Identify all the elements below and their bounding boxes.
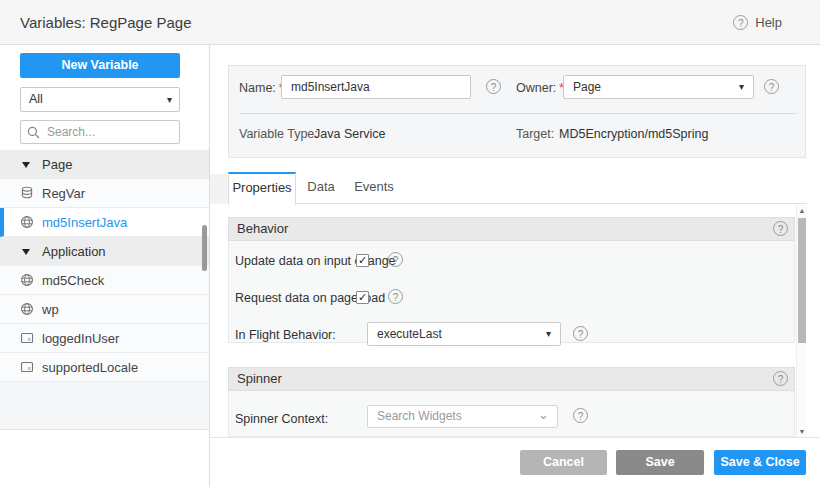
help-icon: ? [733, 15, 748, 30]
tree-group-application[interactable]: Application [0, 237, 209, 266]
chevron-down-icon: ▾ [739, 76, 744, 98]
svg-text:x: x [28, 365, 31, 371]
help-button[interactable]: ? Help [733, 0, 782, 45]
scroll-up-icon[interactable]: ▲ [797, 207, 807, 214]
chevron-down-icon: ▾ [546, 323, 551, 345]
tree-item-loggedinuser[interactable]: x loggedInUser [0, 324, 209, 353]
update-on-input-change-help-icon[interactable]: ? [388, 252, 403, 267]
spinner-context-label: Spinner Context: [235, 412, 328, 426]
cancel-button[interactable]: Cancel [520, 450, 607, 475]
spinner-section-body: Spinner Context: Search Widgets ⌄ ? [228, 391, 795, 437]
tree-item-supportedlocale[interactable]: x supportedLocale [0, 353, 209, 382]
tab-bar: Properties Data Events [210, 172, 807, 204]
behavior-section-body: Update data on input change ✓ ? Request … [228, 241, 795, 343]
target-value: MD5Encryption/md5Spring [559, 127, 708, 141]
properties-scrollbar[interactable]: ▲ ▼ [796, 205, 807, 437]
chevron-down-icon: ▾ [167, 88, 172, 111]
owner-label: Owner:* [516, 81, 564, 95]
variable-filter-select[interactable]: All ▾ [20, 87, 180, 112]
search-icon [27, 126, 40, 139]
search-input[interactable] [45, 124, 173, 140]
tree-item-md5insertjava[interactable]: md5InsertJava [0, 208, 209, 237]
variable-filter-value: All [29, 92, 43, 106]
save-button[interactable]: Save [616, 450, 704, 475]
variable-type-label: Variable Type: [239, 127, 318, 141]
panel-divider [239, 113, 797, 114]
update-on-input-change-label: Update data on input change [235, 254, 396, 268]
spinner-section-header: Spinner ? [228, 367, 795, 391]
chevron-down-icon: ⌄ [538, 404, 549, 425]
spinner-context-select[interactable]: Search Widgets ⌄ [367, 405, 558, 428]
behavior-section-header: Behavior ? [228, 217, 795, 241]
owner-help-icon[interactable]: ? [764, 79, 779, 94]
spinner-help-icon[interactable]: ? [773, 371, 788, 386]
variable-summary-panel: Name:* ? Owner:* Page ▾ ? Variable Type:… [228, 65, 806, 158]
request-on-page-load-checkbox[interactable]: ✓ [356, 291, 369, 304]
page-title: Variables: RegPage Page [20, 0, 192, 45]
in-flight-behavior-value: executeLast [377, 327, 442, 341]
tree-item-regvar[interactable]: RegVar [0, 179, 209, 208]
in-flight-behavior-help-icon[interactable]: ? [573, 326, 588, 341]
target-label: Target: [516, 127, 554, 141]
sidebar-scrollbar-thumb[interactable] [202, 225, 207, 271]
variable-icon: x [20, 360, 34, 374]
in-flight-behavior-label: In Flight Behavior: [235, 328, 336, 342]
service-icon [20, 273, 34, 287]
tab-bar-stub [210, 174, 228, 204]
new-variable-button[interactable]: New Variable [20, 53, 180, 78]
svg-text:x: x [28, 336, 31, 342]
variables-sidebar: New Variable All ▾ Page RegVar md5Insert… [0, 45, 210, 487]
in-flight-behavior-select[interactable]: executeLast ▾ [367, 322, 561, 346]
tab-data[interactable]: Data [296, 172, 346, 204]
variable-icon: x [20, 331, 34, 345]
dialog-header: Variables: RegPage Page ? Help [0, 0, 820, 45]
spinner-context-placeholder: Search Widgets [377, 409, 462, 423]
tree-item-wp[interactable]: wp [0, 295, 209, 324]
collapse-triangle-icon [22, 162, 30, 168]
properties-scrollbar-thumb[interactable] [798, 218, 806, 343]
owner-value: Page [573, 80, 601, 94]
tree-empty-area [0, 382, 209, 430]
tree-item-md5check[interactable]: md5Check [0, 266, 209, 295]
name-help-icon[interactable]: ? [486, 79, 501, 94]
save-and-close-button[interactable]: Save & Close [714, 450, 806, 475]
database-icon [20, 186, 34, 200]
check-icon: ✓ [358, 254, 367, 266]
tab-properties[interactable]: Properties [228, 172, 296, 205]
scroll-down-icon[interactable]: ▼ [797, 428, 807, 435]
tree-group-page[interactable]: Page [0, 150, 209, 179]
request-on-page-load-help-icon[interactable]: ? [388, 289, 403, 304]
service-icon [20, 302, 34, 316]
collapse-triangle-icon [22, 249, 30, 255]
update-on-input-change-checkbox[interactable]: ✓ [356, 254, 369, 267]
help-label: Help [755, 15, 782, 30]
variable-tree: Page RegVar md5InsertJava Application md… [0, 150, 209, 382]
variable-type-value: Java Service [314, 127, 386, 141]
check-icon: ✓ [358, 291, 367, 303]
name-label: Name:* [239, 81, 284, 95]
variable-search[interactable] [20, 120, 180, 144]
spinner-context-help-icon[interactable]: ? [573, 408, 588, 423]
service-icon [20, 215, 34, 229]
footer-divider [210, 437, 820, 438]
tab-events[interactable]: Events [346, 172, 402, 204]
behavior-help-icon[interactable]: ? [773, 221, 788, 236]
name-input[interactable] [281, 75, 471, 99]
owner-select[interactable]: Page ▾ [563, 75, 754, 99]
